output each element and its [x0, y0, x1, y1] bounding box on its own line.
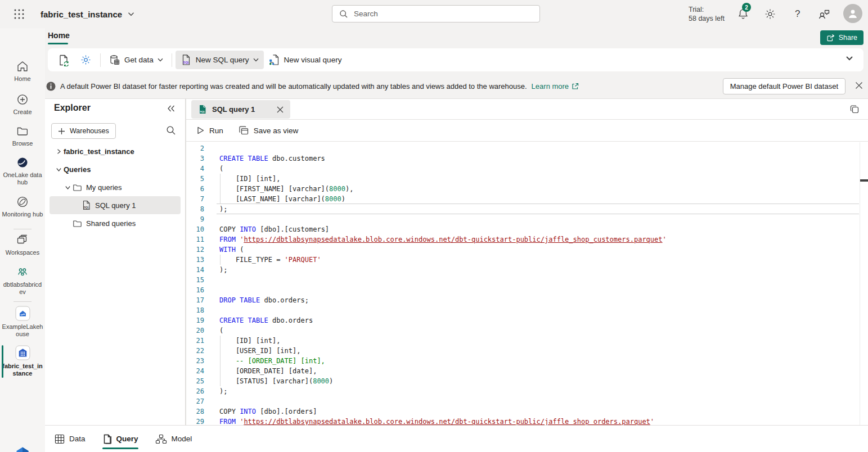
line-number: 5	[187, 174, 204, 184]
line-number: 14	[187, 265, 204, 275]
line-number: 10	[187, 224, 204, 234]
code-line-content: -- [ORDER_DATE] [int],	[219, 356, 868, 366]
search-icon	[339, 10, 348, 19]
svg-text:SQL: SQL	[84, 206, 89, 209]
fabric-app: fabric_test_instance Trial: 58 days left…	[0, 0, 868, 452]
rail-item-browse[interactable]: Browse	[0, 124, 45, 147]
tree-item-queries[interactable]: Queries	[50, 160, 181, 178]
chevron-down-icon[interactable]	[62, 184, 73, 191]
query-editor-area: SQL SQL query 1 Run	[186, 99, 868, 425]
rail-item-onelake-data-hub[interactable]: OneLake data hub	[0, 156, 45, 186]
collapse-ribbon-chevron-icon[interactable]	[845, 56, 853, 61]
tab-sql-query-1[interactable]: SQL SQL query 1	[191, 100, 290, 119]
copy-icon[interactable]	[849, 104, 860, 115]
search-input[interactable]	[353, 9, 539, 19]
new-sql-query-button[interactable]: SQL New SQL query	[176, 51, 264, 69]
editor-tab-bar: SQL SQL query 1	[186, 99, 868, 120]
rail-item-fabric-test-instance[interactable]: fabric_test_instance	[0, 345, 45, 377]
rail-item-monitoring-hub[interactable]: Monitoring hub	[0, 195, 45, 218]
view-tab-data[interactable]: Data	[55, 426, 86, 452]
tree-item-my-queries[interactable]: My queries	[50, 178, 181, 196]
code-line-content	[219, 305, 868, 315]
tree-item-sql-query-1[interactable]: SQLSQL query 1	[50, 196, 181, 214]
line-number: 26	[187, 386, 204, 396]
rail-item-data-warehouse[interactable]: Data Warehouse	[0, 445, 45, 452]
chevron-down-icon[interactable]	[53, 166, 64, 173]
notification-badge: 2	[742, 3, 751, 12]
rail-item-label: ExampleLakehouse	[0, 323, 45, 338]
collapse-panel-icon[interactable]	[167, 105, 175, 112]
external-link-icon	[572, 83, 579, 90]
tool-settings-button[interactable]	[75, 51, 97, 69]
rail-item-home[interactable]: Home	[0, 60, 45, 83]
settings-gear-icon[interactable]	[764, 8, 776, 20]
svg-text:SQL: SQL	[200, 110, 205, 113]
code-line-content	[219, 275, 868, 285]
code-line-2: 2	[187, 143, 868, 153]
line-number: 27	[187, 396, 204, 406]
tree-item-shared-queries[interactable]: Shared queries	[50, 214, 181, 232]
code-line-content: [LAST_NAME] [varchar](8000)	[219, 194, 868, 204]
waffle-menu-icon[interactable]	[13, 8, 25, 20]
rail-item-label: Monitoring hub	[0, 211, 45, 218]
code-line-content: );	[219, 204, 868, 214]
sql-code-editor[interactable]: 23CREATE TABLE dbo.customers4(5 [ID] [in…	[187, 142, 868, 425]
learn-more-link[interactable]: Learn more	[532, 82, 579, 91]
ribbon-tabs-row: Home Share	[0, 28, 868, 47]
view-tab-query[interactable]: Query	[102, 426, 138, 452]
banner-close-icon[interactable]	[855, 82, 863, 89]
tree-item-fabric-test-instance[interactable]: fabric_test_instance	[50, 142, 181, 160]
run-button[interactable]: Run	[197, 126, 223, 135]
view-tab-model[interactable]: Model	[155, 426, 192, 452]
rail-item-label: OneLake data hub	[0, 171, 45, 186]
manage-default-dataset-button[interactable]: Manage default Power BI dataset	[723, 78, 845, 94]
code-line-content: CREATE TABLE dbo.orders	[219, 315, 868, 326]
rail-item-create[interactable]: Create	[0, 93, 45, 116]
code-line-17: 17DROP TABLE dbo.orders;	[187, 295, 868, 305]
line-number: 6	[187, 184, 204, 194]
warehouses-button[interactable]: Warehouses	[51, 123, 116, 139]
editor-overview-ruler[interactable]	[860, 142, 868, 425]
toolbar-strip: Get data SQL New SQL query	[48, 48, 863, 71]
rail-item-workspaces[interactable]: Workspaces	[0, 233, 45, 256]
new-visual-query-button[interactable]: New visual query	[264, 51, 347, 69]
folder-icon	[73, 183, 82, 192]
code-line-29: 29FROM 'https://dbtlabsynapsedatalake.bl…	[187, 417, 868, 425]
data-warehouse-icon	[0, 445, 45, 452]
refresh-button[interactable]	[52, 51, 75, 69]
svg-text:SQL: SQL	[183, 61, 190, 64]
visual-query-document-icon	[269, 54, 280, 66]
tab-home[interactable]: Home	[48, 31, 70, 40]
code-line-20: 20(	[187, 326, 868, 336]
toolbar-divider	[100, 53, 101, 67]
plus-icon	[58, 128, 65, 135]
get-data-button[interactable]: Get data	[104, 51, 168, 69]
query-doc-icon	[102, 434, 112, 444]
help-icon[interactable]: ?	[791, 7, 804, 20]
feedback-icon[interactable]	[817, 8, 830, 20]
rail-item-dbtlabsfabricdev[interactable]: dbtlabsfabricdev	[0, 265, 45, 296]
close-tab-icon[interactable]	[277, 106, 284, 113]
explorer-panel: Explorer Warehouses fabric_test_instance…	[45, 99, 186, 425]
lakehouse-icon	[0, 306, 45, 321]
rail-item-examplelakehouse[interactable]: ExampleLakehouse	[0, 306, 45, 338]
line-number: 7	[187, 194, 204, 204]
chevron-right-icon[interactable]	[53, 148, 64, 155]
query-toolbar: Run Save as view	[186, 120, 868, 142]
code-line-content: [USER_ID] [int],	[219, 346, 868, 356]
share-button[interactable]: Share	[820, 30, 863, 45]
save-as-view-button[interactable]: Save as view	[239, 126, 299, 135]
line-number: 28	[187, 406, 204, 417]
tree-item-label: SQL query 1	[95, 201, 136, 210]
sql-document-icon: SQL	[181, 54, 192, 66]
toolbar-divider	[172, 53, 172, 67]
tree-item-label: fabric_test_instance	[64, 147, 134, 156]
tree-item-label: Queries	[64, 165, 91, 174]
workspace-switcher[interactable]: fabric_test_instance	[41, 0, 134, 28]
indent-guide	[220, 174, 221, 184]
explorer-search-icon[interactable]	[166, 125, 176, 135]
account-avatar[interactable]	[843, 4, 862, 23]
code-line-5: 5 [ID] [int],	[187, 174, 868, 184]
code-line-21: 21 [ID] [int],	[187, 336, 868, 346]
browse-icon	[0, 124, 45, 138]
